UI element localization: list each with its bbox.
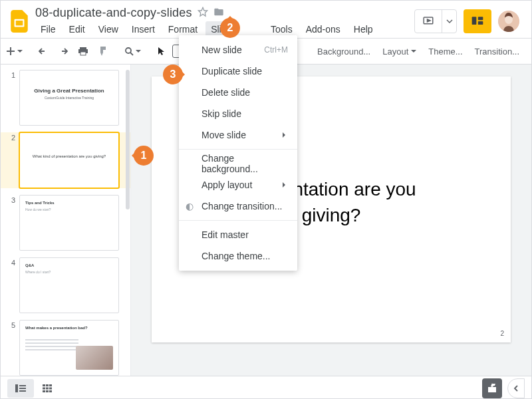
menu-addons[interactable]: Add-ons xyxy=(301,21,346,37)
bottom-bar xyxy=(1,376,531,399)
new-slide-button[interactable] xyxy=(5,42,23,61)
menu-edit-master[interactable]: Edit master xyxy=(179,224,297,245)
menu-change-background[interactable]: Change background... xyxy=(179,153,297,174)
menu-label: Delete slide xyxy=(201,87,250,98)
slide-number: 5 xyxy=(6,320,15,376)
menu-delete-slide[interactable]: Delete slide xyxy=(179,82,297,103)
filmstrip-scrollbar[interactable] xyxy=(126,70,130,209)
filmstrip-view-icon[interactable] xyxy=(7,379,34,398)
document-title[interactable]: 08-duplicate-and-copy-slides xyxy=(35,6,192,20)
thumb-subtitle: CustomGuide Interactive Training xyxy=(20,96,118,100)
svg-rect-17 xyxy=(19,390,26,392)
move-to-folder-icon[interactable] xyxy=(213,7,224,19)
expand-panel-icon[interactable] xyxy=(507,378,525,398)
slide-number: 3 xyxy=(6,195,15,251)
zoom-button[interactable] xyxy=(123,42,142,61)
menu-label: Change transition... xyxy=(201,201,282,211)
transition-option[interactable]: Transition... xyxy=(469,47,525,57)
svg-rect-24 xyxy=(43,390,45,392)
svg-point-13 xyxy=(126,48,131,53)
submenu-caret-icon xyxy=(283,182,288,188)
menu-label: Move slide xyxy=(201,130,246,140)
menu-file[interactable]: File xyxy=(35,21,61,37)
title-bar: 08-duplicate-and-copy-slides File Edit V… xyxy=(1,1,531,38)
svg-rect-20 xyxy=(49,384,52,386)
present-button[interactable] xyxy=(414,9,457,33)
redo-button[interactable] xyxy=(54,42,72,61)
callout-1: 1 xyxy=(134,146,154,166)
slide-thumbnail-2[interactable]: What kind of presentation are you giving… xyxy=(19,132,119,188)
layout-option[interactable]: Layout xyxy=(377,47,422,57)
filmstrip: 1 Giving a Great Presentation CustomGuid… xyxy=(1,65,131,376)
menu-shortcut: Ctrl+M xyxy=(264,45,288,55)
callout-label: 1 xyxy=(141,150,147,162)
slide-thumbnail-3[interactable]: Tips and Tricks How do we start? xyxy=(19,195,119,251)
app-icon[interactable] xyxy=(7,7,31,36)
svg-rect-7 xyxy=(478,21,483,25)
thumb-image xyxy=(76,346,113,370)
transition-icon: ◐ xyxy=(186,201,194,211)
undo-button[interactable] xyxy=(34,42,53,61)
header-right xyxy=(414,9,525,33)
background-option[interactable]: Background... xyxy=(312,47,376,57)
callout-label: 2 xyxy=(227,22,233,34)
svg-rect-12 xyxy=(80,52,86,55)
select-tool-button[interactable] xyxy=(152,42,171,61)
slide-dropdown-menu: New slide Ctrl+M Duplicate slide Delete … xyxy=(179,35,297,271)
svg-rect-21 xyxy=(43,387,45,389)
callout-3: 3 xyxy=(163,65,183,84)
slide-number: 2 xyxy=(6,132,15,188)
callout-label: 3 xyxy=(170,68,176,80)
layout-label: Layout xyxy=(382,47,408,57)
paint-format-button[interactable] xyxy=(94,42,112,61)
menu-view[interactable]: View xyxy=(93,21,124,37)
menu-separator xyxy=(179,149,297,150)
present-dropdown-icon[interactable] xyxy=(442,10,456,33)
present-icon[interactable] xyxy=(415,10,442,33)
menu-new-slide[interactable]: New slide Ctrl+M xyxy=(179,39,297,61)
account-avatar[interactable] xyxy=(498,11,519,32)
svg-rect-16 xyxy=(19,388,26,389)
svg-rect-5 xyxy=(472,17,477,25)
slide-page-number: 2 xyxy=(500,330,504,337)
menu-separator xyxy=(179,220,297,221)
menu-label: Skip slide xyxy=(201,108,241,119)
theme-option[interactable]: Theme... xyxy=(423,47,467,57)
share-button[interactable] xyxy=(464,9,491,33)
slide-thumbnail-4[interactable]: Q&A Where do I start? xyxy=(19,257,119,313)
menu-skip-slide[interactable]: Skip slide xyxy=(179,103,297,124)
menu-label: Apply layout xyxy=(201,180,252,190)
slide-thumbnail-1[interactable]: Giving a Great Presentation CustomGuide … xyxy=(19,70,119,126)
thumb-title: Q&A xyxy=(25,263,34,267)
slide-number: 1 xyxy=(6,70,15,126)
svg-rect-1 xyxy=(16,21,23,25)
thumb-text: What kind of presentation are you giving… xyxy=(20,154,118,160)
svg-marker-4 xyxy=(428,19,431,22)
star-icon[interactable] xyxy=(198,7,208,19)
svg-marker-2 xyxy=(198,7,207,16)
slide-number: 4 xyxy=(6,257,15,313)
explore-button[interactable] xyxy=(482,378,502,398)
transition-label: Transition... xyxy=(475,47,519,57)
svg-rect-25 xyxy=(46,390,49,392)
svg-rect-19 xyxy=(46,384,49,386)
menu-apply-layout[interactable]: Apply layout xyxy=(179,174,297,196)
menu-insert[interactable]: Insert xyxy=(126,21,160,37)
menu-help[interactable]: Help xyxy=(348,21,378,37)
print-button[interactable] xyxy=(74,42,92,61)
grid-view-icon[interactable] xyxy=(34,379,61,398)
thumb-sub: How do we start? xyxy=(25,207,51,211)
menu-label: New slide xyxy=(201,45,242,55)
svg-rect-22 xyxy=(46,387,49,389)
menu-change-transition[interactable]: ◐Change transition... xyxy=(179,196,297,217)
svg-rect-26 xyxy=(49,390,52,392)
menu-duplicate-slide[interactable]: Duplicate slide xyxy=(179,61,297,82)
menu-move-slide[interactable]: Move slide xyxy=(179,124,297,146)
callout-2: 2 xyxy=(220,18,240,38)
menu-change-theme[interactable]: Change theme... xyxy=(179,245,297,267)
svg-rect-14 xyxy=(15,384,18,392)
slide-thumbnail-5[interactable]: What makes a presentation bad? xyxy=(19,320,119,376)
collapse-toolbar-icon[interactable] xyxy=(526,42,532,61)
background-label: Background... xyxy=(317,47,370,57)
menu-edit[interactable]: Edit xyxy=(64,21,90,37)
